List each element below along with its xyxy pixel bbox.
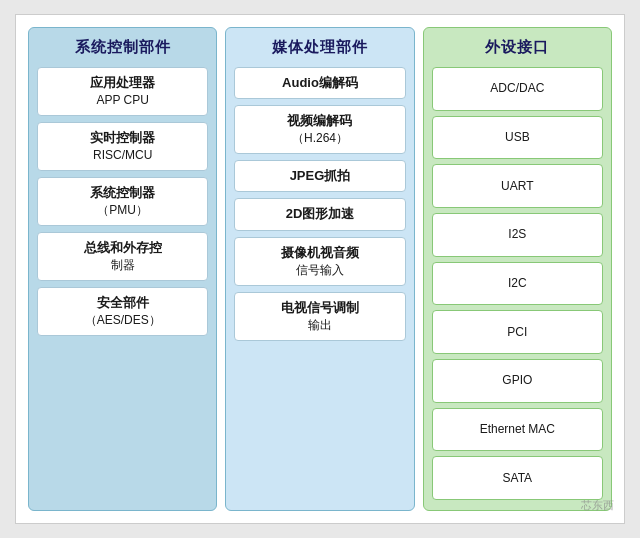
column-system-control: 系统控制部件 应用处理器 APP CPU 实时控制器 RISC/MCU 系统控制… <box>28 27 217 511</box>
block-ethernet-mac: Ethernet MAC <box>432 408 603 452</box>
media-processing-blocks: Audio编解码 视频编解码 （H.264） JPEG抓拍 2D图形加速 摄像机… <box>234 67 405 500</box>
block-security: 安全部件 （AES/DES） <box>37 287 208 336</box>
block-2d-accel: 2D图形加速 <box>234 198 405 230</box>
block-video-codec: 视频编解码 （H.264） <box>234 105 405 154</box>
block-app-cpu: 应用处理器 APP CPU <box>37 67 208 116</box>
column-media-processing-title: 媒体处理部件 <box>234 38 405 57</box>
block-tv-output: 电视信号调制 输出 <box>234 292 405 341</box>
columns-container: 系统控制部件 应用处理器 APP CPU 实时控制器 RISC/MCU 系统控制… <box>28 27 612 511</box>
diagram-wrapper: 系统控制部件 应用处理器 APP CPU 实时控制器 RISC/MCU 系统控制… <box>15 14 625 524</box>
block-pmu: 系统控制器 （PMU） <box>37 177 208 226</box>
block-audio-codec: Audio编解码 <box>234 67 405 99</box>
block-sata: SATA <box>432 456 603 500</box>
system-control-blocks: 应用处理器 APP CPU 实时控制器 RISC/MCU 系统控制器 （PMU）… <box>37 67 208 500</box>
watermark: 芯东西 <box>581 498 614 513</box>
block-gpio: GPIO <box>432 359 603 403</box>
block-uart: UART <box>432 164 603 208</box>
block-adc-dac: ADC/DAC <box>432 67 603 111</box>
block-jpeg: JPEG抓拍 <box>234 160 405 192</box>
block-i2c: I2C <box>432 262 603 306</box>
block-i2s: I2S <box>432 213 603 257</box>
column-system-control-title: 系统控制部件 <box>37 38 208 57</box>
block-bus-mem: 总线和外存控 制器 <box>37 232 208 281</box>
block-usb: USB <box>432 116 603 160</box>
column-peripheral-interface: 外设接口 ADC/DAC USB UART I2S I2C <box>423 27 612 511</box>
peripheral-blocks: ADC/DAC USB UART I2S I2C PCI <box>432 67 603 500</box>
column-peripheral-interface-title: 外设接口 <box>432 38 603 57</box>
block-risc-mcu: 实时控制器 RISC/MCU <box>37 122 208 171</box>
block-pci: PCI <box>432 310 603 354</box>
block-camera-input: 摄像机视音频 信号输入 <box>234 237 405 286</box>
column-media-processing: 媒体处理部件 Audio编解码 视频编解码 （H.264） JPEG抓拍 2D图… <box>225 27 414 511</box>
